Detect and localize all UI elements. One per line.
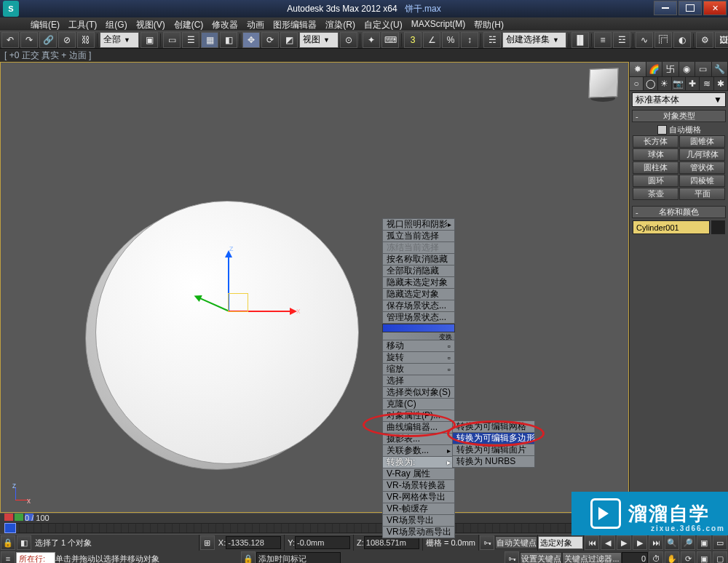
sub-lights[interactable]: ☀ (658, 77, 672, 90)
sub-geometry[interactable]: ○ (630, 77, 644, 90)
primitive-cylinder[interactable]: 圆柱体 (633, 161, 678, 174)
rollout-object-type-header[interactable]: 对象类型 (632, 110, 726, 122)
ctx-dope-sheet[interactable]: 摄影表... (382, 434, 455, 445)
percent-snap-toggle[interactable]: % (442, 32, 459, 48)
ctx-vray-scene-converter[interactable]: VR-场景转换器 (382, 480, 455, 492)
coord-y-input[interactable]: -0.0mm (295, 536, 350, 549)
viewport[interactable]: z x 视口照明和阴影▸ 孤立当前选择 冻结当前选择 按名称取消隐藏 全部取消隐… (0, 62, 629, 513)
move-gizmo[interactable]: z x (194, 284, 296, 372)
nav-zoom-button[interactable]: 🔍 (665, 535, 679, 550)
primitive-teapot[interactable]: 茶壶 (633, 188, 678, 200)
render-frame-button[interactable]: 🖼 (715, 32, 728, 48)
menu-group[interactable]: 组(G) (101, 17, 131, 31)
object-color-swatch[interactable] (711, 220, 725, 234)
time-slider-head[interactable] (4, 523, 16, 533)
tab-display[interactable]: ▭ (695, 62, 712, 76)
app-icon[interactable]: S (3, 1, 19, 17)
nav-min-button[interactable]: ▢ (713, 551, 727, 563)
menu-maxscript[interactable]: MAXScript(M) (407, 17, 470, 31)
ctx-manage-scene-state[interactable]: 管理场景状态... (382, 312, 455, 324)
select-window-button[interactable]: ◧ (220, 32, 237, 48)
minimize-button[interactable] (654, 1, 677, 15)
menu-render[interactable]: 渲染(R) (321, 17, 360, 31)
align-button[interactable]: ≡ (594, 32, 612, 48)
sub-editable-poly[interactable]: 转换为可编辑多边形 (452, 433, 535, 444)
ctx-curve-editor[interactable]: 曲线编辑器... (382, 422, 455, 434)
scale-button[interactable]: ◩ (280, 32, 298, 48)
ctx-vray-frame-buffer[interactable]: VR-帧缓存 (382, 503, 455, 515)
refcoord-dropdown[interactable]: 视图▼ (299, 32, 339, 48)
next-frame-button[interactable]: ▶ (633, 535, 647, 550)
select-object-button[interactable]: ▭ (163, 32, 181, 48)
category-dropdown[interactable]: 标准基本体▼ (632, 92, 726, 107)
play-button[interactable]: ▶ (617, 535, 631, 550)
ctx-wire-parameters[interactable]: 关联参数...▸ (382, 445, 455, 457)
selection-keymode-dropdown[interactable]: 选定对象 (538, 536, 583, 549)
tab-motion[interactable]: ◉ (679, 62, 696, 76)
sub-cameras[interactable]: 📷 (672, 77, 686, 90)
nav-region-button[interactable]: ▭ (713, 535, 727, 550)
menu-animation[interactable]: 动画 (242, 17, 269, 31)
tab-utilities[interactable]: 🔧 (712, 62, 729, 76)
goto-end-button[interactable]: ⏭ (649, 535, 663, 550)
selection-set-dropdown[interactable]: 全部▼ (100, 32, 139, 48)
keymode-button[interactable]: ⌨ (381, 32, 399, 48)
auto-grid-row[interactable]: 自动栅格 (633, 124, 725, 135)
menu-customize[interactable]: 自定义(U) (360, 17, 407, 31)
link-button[interactable]: 🔗 (39, 32, 57, 48)
ctx-vray-scene-export[interactable]: VR场景导出 (382, 515, 455, 527)
ctx-rotate[interactable]: 旋转▫ (382, 352, 455, 364)
nav-pan-button[interactable]: ✋ (665, 551, 679, 563)
ctx-hide-unselected[interactable]: 隐藏未选定对象 (382, 277, 455, 289)
sub-editable-mesh[interactable]: 转换为可编辑网格 (452, 420, 535, 433)
nav-orbit-button[interactable]: ⟳ (681, 551, 695, 563)
tab-create[interactable]: ✸ (630, 62, 646, 76)
ctx-isolate[interactable]: 孤立当前选择 (382, 231, 455, 242)
view-cube[interactable] (586, 68, 620, 102)
rollout-name-color-header[interactable]: 名称和颜色 (632, 206, 726, 218)
ctx-move[interactable]: 移动▫ (382, 340, 455, 352)
sub-editable-patch[interactable]: 转换为可编辑面片 (452, 444, 535, 456)
rotate-button[interactable]: ⟳ (261, 32, 279, 48)
ctx-unhide-by-name[interactable]: 按名称取消隐藏 (382, 254, 455, 265)
primitive-geosphere[interactable]: 几何球体 (679, 148, 725, 161)
render-setup-button[interactable]: ⚙ (696, 32, 713, 48)
auto-grid-checkbox[interactable] (657, 125, 667, 135)
curve-editor-button[interactable]: ∿ (636, 32, 653, 48)
ctx-save-scene-state[interactable]: 保存场景状态... (382, 300, 455, 312)
sub-systems[interactable]: ✱ (714, 77, 728, 90)
menu-tools[interactable]: 工具(T) (64, 17, 101, 31)
primitive-plane[interactable]: 平面 (679, 188, 725, 200)
bind-button[interactable]: ⛓ (77, 32, 95, 48)
pivot-button[interactable]: ⊙ (340, 32, 357, 48)
viewport-label[interactable]: [ +0 正交 真实 + 边面 ] (0, 49, 728, 62)
prev-frame-button[interactable]: ◀ (601, 535, 615, 550)
nav-max-button[interactable]: ▣ (697, 551, 711, 563)
menu-views[interactable]: 视图(V) (132, 17, 170, 31)
time-config-button[interactable]: ⏱ (649, 551, 663, 563)
select-name-button[interactable]: ☰ (182, 32, 199, 48)
ctx-vray-mesh-export[interactable]: VR-网格体导出 (382, 492, 455, 503)
maximize-button[interactable] (678, 1, 702, 15)
maxscript-button[interactable]: ≡ (1, 551, 15, 563)
select-rect-button[interactable]: ▦ (201, 32, 218, 48)
lock-ui-button[interactable]: 🔒 (241, 551, 256, 563)
primitive-tube[interactable]: 管状体 (679, 161, 725, 174)
move-button[interactable]: ✥ (242, 32, 260, 48)
nav-fov-button[interactable]: ▣ (697, 535, 711, 550)
menu-help[interactable]: 帮助(H) (470, 17, 508, 31)
key-toggle-button[interactable]: 🗝 (505, 551, 519, 563)
primitive-sphere[interactable]: 球体 (633, 148, 678, 161)
lock-selection-button[interactable]: 🔒 (1, 535, 15, 550)
abs-rel-button[interactable]: ⊞ (200, 535, 215, 550)
menu-create[interactable]: 创建(C) (170, 17, 208, 31)
frame-input[interactable]: 0 (622, 552, 648, 563)
ctx-scale[interactable]: 缩放▫ (382, 364, 455, 375)
layers-button[interactable]: ☲ (613, 32, 630, 48)
menu-graph[interactable]: 图形编辑器 (269, 17, 321, 31)
unlink-button[interactable]: ⊘ (58, 32, 76, 48)
key-mode-button[interactable]: 🗝 (480, 535, 494, 550)
keyfilter-button[interactable]: 关键点过滤器... (562, 552, 622, 563)
schematic-button[interactable]: ⿸ (654, 32, 672, 48)
coord-x-input[interactable]: -1335.128 (226, 536, 281, 549)
